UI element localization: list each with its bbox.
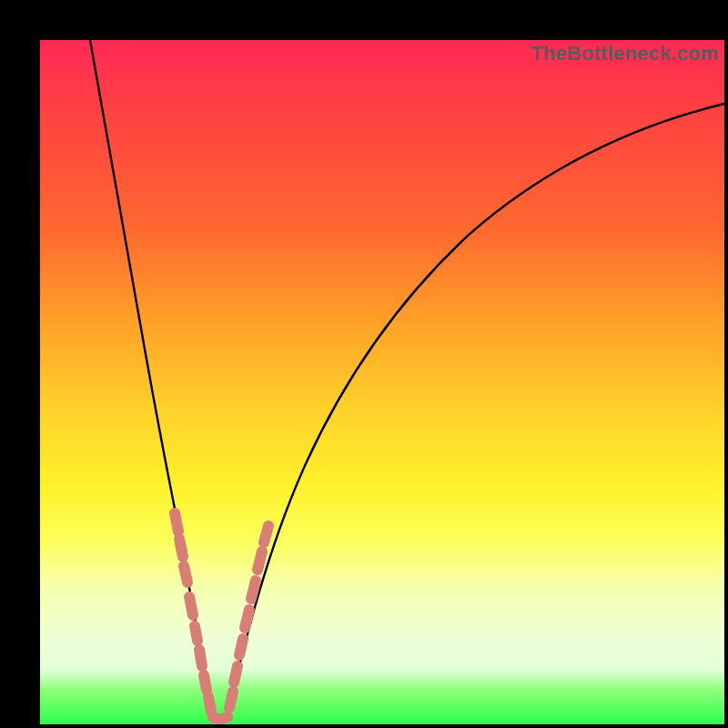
marker — [239, 639, 243, 655]
marker — [175, 513, 178, 531]
marker — [195, 626, 197, 641]
marker — [189, 597, 193, 615]
marker-group — [175, 513, 268, 719]
curve-layer — [40, 40, 724, 724]
marker — [264, 526, 268, 542]
plot-area: TheBottleneck.com — [40, 40, 724, 724]
right-branch-curve — [227, 104, 724, 718]
watermark-label: TheBottleneck.com — [531, 42, 719, 66]
marker — [184, 566, 187, 582]
marker — [199, 650, 202, 666]
marker — [208, 697, 211, 712]
marker — [204, 675, 207, 690]
marker — [222, 717, 228, 719]
marker — [229, 692, 233, 708]
marker — [258, 551, 262, 570]
marker — [251, 581, 256, 599]
chart-frame: TheBottleneck.com — [18, 18, 710, 710]
marker — [179, 539, 183, 557]
marker — [245, 610, 249, 628]
marker — [234, 666, 238, 682]
